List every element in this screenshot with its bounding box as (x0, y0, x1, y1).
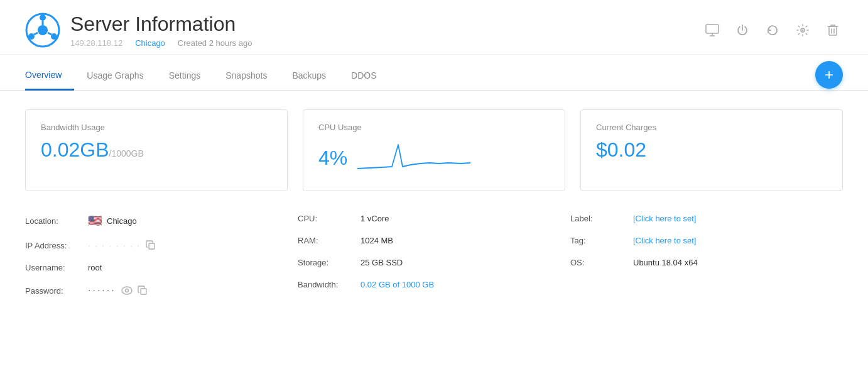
password-masked: ······ (88, 285, 116, 296)
tab-backups[interactable]: Backups (279, 60, 339, 91)
label-val[interactable]: [Click here to set] (633, 214, 696, 223)
cpu-label: CPU Usage (318, 123, 550, 132)
eye-icon[interactable] (121, 286, 133, 295)
svg-point-4 (28, 33, 35, 40)
add-button[interactable]: + (815, 61, 843, 89)
cpu-inner: 4% (318, 138, 550, 178)
label-key: Label: (570, 214, 633, 223)
header-actions (702, 20, 843, 40)
monitor-icon[interactable] (702, 20, 722, 40)
svg-line-6 (48, 33, 52, 35)
cpu-key: CPU: (298, 214, 361, 223)
cpu-value: 4% (318, 147, 347, 170)
server-ip: 149.28.118.12 (70, 38, 122, 48)
cpu-card: CPU Usage 4% (303, 109, 565, 191)
username-val: root (88, 263, 102, 272)
info-row-tag: Tag: [Click here to set] (570, 236, 818, 245)
svg-rect-19 (141, 289, 146, 294)
info-row-cpu: CPU: 1 vCore (298, 214, 545, 223)
server-meta: 149.28.118.12 Chicago Created 2 hours ag… (70, 38, 252, 48)
cpu-chart (357, 138, 550, 178)
ip-copy-icon[interactable] (146, 240, 156, 250)
logo-icon (25, 13, 60, 48)
tab-settings[interactable]: Settings (156, 60, 214, 91)
charges-card: Current Charges $0.02 (580, 109, 843, 191)
ram-val: 1024 MB (361, 236, 393, 245)
ip-key: IP Address: (25, 241, 88, 250)
svg-point-17 (122, 287, 132, 294)
stats-row: Bandwidth Usage 0.02GB/1000GB CPU Usage … (25, 109, 843, 191)
server-created: Created 2 hours ago (178, 38, 252, 48)
bandwidth-key: Bandwidth: (298, 280, 361, 289)
header-left: Server Information 149.28.118.12 Chicago… (25, 13, 252, 48)
bandwidth-label: Bandwidth Usage (41, 123, 272, 132)
svg-point-18 (125, 289, 128, 292)
password-key: Password: (25, 286, 88, 296)
info-row-ip: IP Address: · · · · · · · · (25, 240, 273, 250)
os-key: OS: (570, 258, 633, 267)
server-location: Chicago (135, 38, 165, 48)
cpu-graph-svg (357, 138, 470, 176)
delete-icon[interactable] (823, 20, 843, 40)
svg-line-7 (34, 33, 38, 35)
info-row-username: Username: root (25, 263, 273, 272)
settings-icon[interactable] (793, 20, 813, 40)
location-key: Location: (25, 216, 88, 226)
info-section: Location: 🇺🇸 Chicago IP Address: · · · ·… (25, 214, 843, 309)
info-row-ram: RAM: 1024 MB (298, 236, 545, 245)
svg-rect-16 (149, 243, 155, 249)
page-title: Server Information (70, 13, 252, 36)
refresh-icon[interactable] (762, 20, 783, 40)
power-icon[interactable] (732, 20, 752, 40)
header: Server Information 149.28.118.12 Chicago… (0, 0, 868, 55)
tab-overview[interactable]: Overview (25, 60, 74, 91)
info-row-location: Location: 🇺🇸 Chicago (25, 214, 273, 228)
storage-key: Storage: (298, 258, 361, 267)
info-row-bandwidth: Bandwidth: 0.02 GB of 1000 GB (298, 280, 545, 289)
username-key: Username: (25, 263, 88, 272)
bandwidth-value: 0.02GB/1000GB (41, 138, 272, 162)
cpu-info-val: 1 vCore (361, 214, 389, 223)
ram-key: RAM: (298, 236, 361, 245)
server-title-block: Server Information 149.28.118.12 Chicago… (70, 13, 252, 48)
storage-val: 25 GB SSD (361, 258, 403, 267)
tag-val[interactable]: [Click here to set] (633, 236, 696, 245)
password-val: ······ (88, 285, 148, 296)
info-col-right: Label: [Click here to set] Tag: [Click h… (570, 214, 843, 309)
flag-icon: 🇺🇸 (88, 214, 102, 228)
main-content: Bandwidth Usage 0.02GB/1000GB CPU Usage … (0, 91, 868, 328)
charges-value: $0.02 (596, 138, 827, 162)
svg-point-3 (51, 33, 57, 40)
svg-point-2 (40, 14, 46, 21)
tab-usage-graphs[interactable]: Usage Graphs (74, 60, 156, 91)
info-row-os: OS: Ubuntu 18.04 x64 (570, 258, 818, 267)
os-val: Ubuntu 18.04 x64 (633, 258, 698, 267)
location-val: 🇺🇸 Chicago (88, 214, 137, 228)
bandwidth-card: Bandwidth Usage 0.02GB/1000GB (25, 109, 288, 191)
ip-val: · · · · · · · · (88, 240, 156, 250)
info-row-storage: Storage: 25 GB SSD (298, 258, 545, 267)
bandwidth-info-val[interactable]: 0.02 GB of 1000 GB (361, 280, 434, 289)
tab-snapshots[interactable]: Snapshots (213, 60, 279, 91)
svg-point-12 (802, 30, 804, 31)
ip-masked: · · · · · · · · (88, 241, 141, 250)
svg-rect-8 (706, 25, 719, 33)
info-row-label: Label: [Click here to set] (570, 214, 818, 223)
tab-ddos[interactable]: DDOS (339, 60, 389, 91)
password-copy-icon[interactable] (138, 286, 148, 296)
svg-point-1 (38, 25, 48, 35)
info-col-left: Location: 🇺🇸 Chicago IP Address: · · · ·… (25, 214, 298, 309)
charges-label: Current Charges (596, 123, 827, 132)
nav-tabs: Overview Usage Graphs Settings Snapshots… (0, 60, 868, 91)
svg-rect-13 (829, 26, 837, 35)
info-col-center: CPU: 1 vCore RAM: 1024 MB Storage: 25 GB… (298, 214, 570, 309)
info-row-password: Password: ······ (25, 285, 273, 296)
tag-key: Tag: (570, 236, 633, 245)
